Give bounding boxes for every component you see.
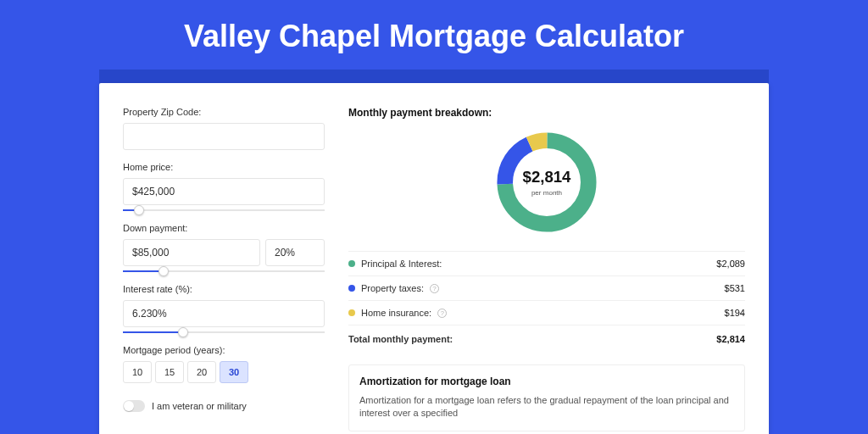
input-column: Property Zip Code: Home price: Down paym… bbox=[123, 107, 325, 434]
home-price-label: Home price: bbox=[123, 162, 325, 172]
breakdown-row-taxes: Property taxes: ? $531 bbox=[348, 275, 745, 300]
dot-icon bbox=[348, 309, 355, 316]
period-btn-10[interactable]: 10 bbox=[123, 361, 152, 383]
dot-icon bbox=[348, 260, 355, 267]
period-label: Mortgage period (years): bbox=[123, 345, 325, 355]
zip-input[interactable] bbox=[123, 123, 325, 150]
card-wrap: Property Zip Code: Home price: Down paym… bbox=[99, 70, 769, 434]
amortization-title: Amortization for mortgage loan bbox=[359, 376, 734, 387]
zip-label: Property Zip Code: bbox=[123, 107, 325, 117]
donut-center-amount: $2,814 bbox=[523, 168, 571, 186]
page-title: Valley Chapel Mortgage Calculator bbox=[0, 0, 868, 70]
breakdown-title: Monthly payment breakdown: bbox=[348, 107, 745, 119]
breakdown-row-total: Total monthly payment: $2,814 bbox=[348, 325, 745, 353]
breakdown-label: Principal & Interest: bbox=[361, 259, 442, 269]
home-price-slider[interactable] bbox=[123, 209, 325, 211]
amortization-section: Amortization for mortgage loan Amortizat… bbox=[348, 364, 745, 431]
breakdown-row-principal: Principal & Interest: $2,089 bbox=[348, 251, 745, 275]
breakdown-value: $2,089 bbox=[716, 259, 745, 269]
breakdown-label: Property taxes: bbox=[361, 283, 424, 293]
veteran-toggle[interactable] bbox=[123, 400, 145, 412]
info-icon[interactable]: ? bbox=[430, 284, 439, 293]
donut-center-sub: per month bbox=[531, 189, 562, 197]
home-price-input[interactable] bbox=[123, 178, 325, 205]
period-btn-15[interactable]: 15 bbox=[155, 361, 184, 383]
veteran-toggle-label: I am veteran or military bbox=[152, 401, 247, 411]
down-payment-label: Down payment: bbox=[123, 223, 325, 233]
breakdown-value: $531 bbox=[725, 283, 745, 293]
calculator-card: Property Zip Code: Home price: Down paym… bbox=[99, 83, 769, 434]
period-options: 10 15 20 30 bbox=[123, 361, 325, 383]
donut-chart: $2,814 per month bbox=[348, 127, 745, 237]
slider-thumb[interactable] bbox=[178, 327, 188, 337]
down-payment-amount-input[interactable] bbox=[123, 239, 260, 266]
breakdown-value: $194 bbox=[725, 308, 745, 318]
breakdown-label: Home insurance: bbox=[361, 308, 431, 318]
breakdown-column: Monthly payment breakdown: $2,814 per mo… bbox=[348, 107, 745, 434]
info-icon[interactable]: ? bbox=[437, 309, 447, 318]
interest-rate-input[interactable] bbox=[123, 300, 325, 327]
down-payment-pct-input[interactable] bbox=[265, 239, 325, 266]
amortization-text: Amortization for a mortgage loan refers … bbox=[359, 394, 734, 420]
slider-thumb[interactable] bbox=[159, 266, 169, 276]
down-payment-slider[interactable] bbox=[123, 270, 325, 272]
interest-rate-slider[interactable] bbox=[123, 331, 325, 333]
breakdown-row-insurance: Home insurance: ? $194 bbox=[348, 300, 745, 325]
interest-rate-label: Interest rate (%): bbox=[123, 284, 325, 294]
total-label: Total monthly payment: bbox=[348, 334, 453, 344]
period-btn-20[interactable]: 20 bbox=[187, 361, 216, 383]
dot-icon bbox=[348, 285, 355, 292]
total-value: $2,814 bbox=[716, 334, 745, 344]
slider-thumb[interactable] bbox=[134, 205, 144, 215]
period-btn-30[interactable]: 30 bbox=[220, 361, 248, 383]
